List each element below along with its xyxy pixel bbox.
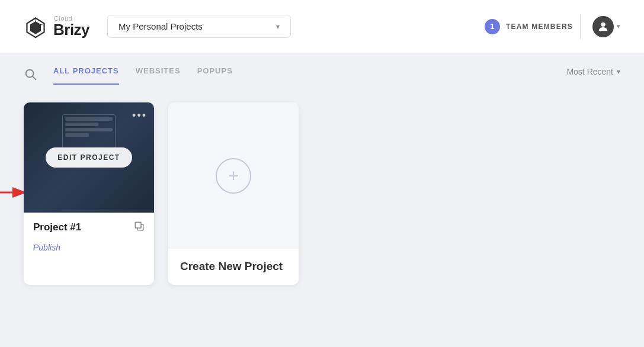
search-icon[interactable] — [24, 68, 37, 83]
content-area: ••• EDIT PROJECT Project #1 Publish + Cr… — [0, 85, 644, 303]
edit-project-button[interactable]: EDIT PROJECT — [46, 147, 132, 168]
user-menu-caret-icon: ▾ — [617, 23, 620, 30]
svg-point-3 — [601, 22, 605, 26]
project-name: Project #1 — [33, 221, 81, 233]
logo-text: Cloud Brizy — [53, 15, 89, 37]
tab-all-projects[interactable]: ALL PROJECTS — [53, 66, 119, 85]
thumbnail-bar-4 — [65, 133, 89, 137]
project-thumbnail: ••• EDIT PROJECT — [24, 102, 154, 213]
team-members-button[interactable]: 1 TEAM MEMBERS — [478, 14, 581, 39]
sort-arrow-icon: ▾ — [617, 68, 620, 76]
publish-link[interactable]: Publish — [33, 243, 60, 252]
thumbnail-bar-3 — [65, 128, 113, 131]
logo-brizy-label: Brizy — [53, 22, 89, 37]
user-avatar-icon — [592, 16, 614, 37]
team-members-label: TEAM MEMBERS — [506, 23, 573, 31]
header: Cloud Brizy My Personal Projects ▾ 1 TEA… — [0, 0, 644, 53]
sort-label: Most Recent — [566, 67, 613, 76]
create-new-project-label: Create New Project — [180, 259, 287, 274]
brizy-logo-icon — [24, 15, 47, 38]
thumbnail-bar-2 — [65, 123, 98, 126]
project-card-info: Project #1 — [24, 213, 154, 242]
header-right: 1 TEAM MEMBERS ▾ — [478, 14, 620, 39]
project-dropdown-label: My Personal Projects — [118, 21, 203, 31]
create-card-top: + — [168, 102, 299, 249]
nav-tabs: ALL PROJECTS WEBSITES POPUPS — [53, 66, 233, 85]
svg-rect-8 — [135, 222, 141, 228]
project-card: ••• EDIT PROJECT Project #1 Publish — [24, 102, 154, 285]
card-options-icon[interactable]: ••• — [132, 110, 147, 122]
project-dropdown[interactable]: My Personal Projects ▾ — [107, 15, 291, 38]
dropdown-arrow-icon: ▾ — [276, 23, 280, 31]
external-link-icon[interactable] — [134, 221, 145, 234]
team-count-badge: 1 — [485, 19, 500, 34]
plus-icon: + — [216, 158, 251, 194]
create-card-bottom: Create New Project — [168, 249, 299, 285]
create-new-project-card[interactable]: + Create New Project — [168, 102, 299, 285]
thumbnail-bar-1 — [65, 117, 113, 121]
sub-header: ALL PROJECTS WEBSITES POPUPS Most Recent… — [0, 53, 644, 85]
svg-line-5 — [33, 76, 36, 79]
tab-popups[interactable]: POPUPS — [197, 66, 233, 85]
thumbnail-layout-decoration — [62, 114, 116, 150]
sort-dropdown[interactable]: Most Recent ▾ — [566, 67, 620, 85]
logo[interactable]: Cloud Brizy — [24, 15, 89, 38]
tab-websites[interactable]: WEBSITES — [136, 66, 181, 85]
project-status: Publish — [24, 242, 154, 261]
user-avatar-button[interactable]: ▾ — [592, 16, 620, 37]
